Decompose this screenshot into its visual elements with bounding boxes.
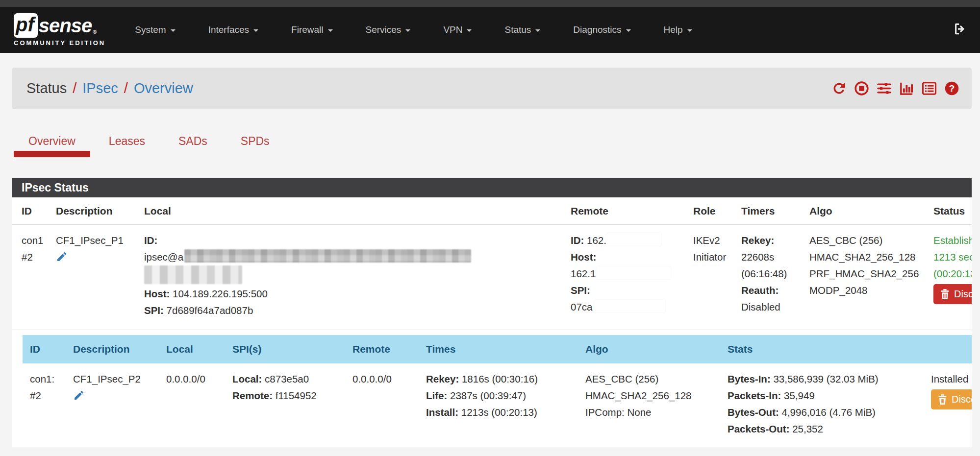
logo-edition: COMMUNITY EDITION <box>14 39 105 47</box>
breadcrumb-section: Status <box>26 80 67 96</box>
breadcrumb: Status/IPsec/Overview <box>26 80 193 96</box>
col-description: Description <box>46 197 134 225</box>
redacted-block <box>597 266 671 279</box>
col-local: Local <box>134 197 561 225</box>
logo-sense: sense <box>39 15 92 37</box>
redacted-block <box>594 300 665 312</box>
col-spis: SPI(s) <box>225 335 345 363</box>
chevron-down-icon <box>535 29 540 32</box>
chevron-down-icon <box>467 29 472 32</box>
tab-spds[interactable]: SPDs <box>226 135 284 157</box>
ike-description-cell: CF1_IPsec_P1 <box>46 225 134 330</box>
ike-status-cell: Established 1213 seconds (00:20:13) Disc… <box>924 225 972 330</box>
breadcrumb-link-overview[interactable]: Overview <box>134 80 193 96</box>
col-id: ID <box>12 197 46 225</box>
page-action-icons: ? <box>831 80 960 96</box>
svg-text:?: ? <box>949 83 955 94</box>
col-id: ID <box>23 335 66 363</box>
redacted-block <box>606 233 661 246</box>
status-state: Installed <box>931 371 972 387</box>
disconnect-child-button[interactable]: Disconnect <box>931 389 972 409</box>
pfsense-logo[interactable]: pf sense ® COMMUNITY EDITION <box>14 13 105 47</box>
trash-icon <box>938 394 947 405</box>
child-sa-row: con1: #2 CF1_IPsec_P2 0.0.0.0/0 Local: c… <box>23 363 972 440</box>
nav-item-help[interactable]: Help <box>664 24 692 35</box>
chevron-down-icon <box>626 29 631 32</box>
breadcrumb-bar: Status/IPsec/Overview ? <box>12 68 972 109</box>
tab-sads[interactable]: SADs <box>164 135 222 157</box>
ike-local-cell: ID: ipsec@a Host: 104.189.226.195:500 SP… <box>134 225 561 330</box>
child-description-cell: CF1_IPsec_P2 <box>66 363 159 440</box>
col-times: Times <box>419 335 578 363</box>
ike-id-cell: con1 #2 <box>12 225 46 330</box>
nav-item-firewall[interactable]: Firewall <box>291 24 332 35</box>
child-spis-cell: Local: c873e5a0 Remote: f1154952 <box>225 363 345 440</box>
col-remote: Remote <box>561 197 683 225</box>
status-ago: (00:20:13) <box>933 265 972 282</box>
logo-pf: pf <box>14 13 38 38</box>
breadcrumb-link-ipsec[interactable]: IPsec <box>82 80 118 96</box>
col-algo: Algo <box>578 335 720 363</box>
top-strip <box>0 0 980 7</box>
ike-header-row: ID Description Local Remote Role Timers … <box>12 197 972 225</box>
chevron-down-icon <box>328 29 333 32</box>
nav-item-interfaces[interactable]: Interfaces <box>208 24 258 35</box>
main-navbar: pf sense ® COMMUNITY EDITION System Inte… <box>0 7 980 53</box>
tab-leases[interactable]: Leases <box>94 135 160 157</box>
status-uptime: 1213 seconds <box>933 249 972 265</box>
breadcrumb-separator: / <box>124 80 128 96</box>
child-id-cell: con1: #2 <box>23 363 66 440</box>
edit-icon[interactable] <box>73 389 85 406</box>
col-remote: Remote <box>345 335 419 363</box>
logo-registered-mark: ® <box>93 29 97 35</box>
child-times-cell: Rekey: 1816s (00:30:16) Life: 2387s (00:… <box>419 363 578 440</box>
page-tabs: Overview Leases SADs SPDs <box>14 135 980 157</box>
ipsec-status-panel: IPsec Status ID Description Local Remote… <box>12 178 972 447</box>
col-description: Description <box>66 335 159 363</box>
child-sa-table: ID Description Local SPI(s) Remote Times… <box>23 335 972 440</box>
ipsec-table-wrap: ID Description Local Remote Role Timers … <box>12 197 972 447</box>
nav-item-system[interactable]: System <box>135 24 175 35</box>
col-role: Role <box>683 197 731 225</box>
child-sa-zone: ID Description Local SPI(s) Remote Times… <box>12 330 972 447</box>
child-stats-cell: Bytes-In: 33,586,939 (32.03 MiB) Packets… <box>720 363 924 440</box>
child-algo-cell: AES_CBC (256) HMAC_SHA2_256_128 IPComp: … <box>578 363 720 440</box>
child-remote-cell: 0.0.0.0/0 <box>345 363 419 440</box>
col-status-blank <box>924 335 972 363</box>
chevron-down-icon <box>253 29 258 32</box>
nav-menu: System Interfaces Firewall Services VPN … <box>135 24 692 35</box>
sign-out-icon[interactable] <box>953 22 967 38</box>
breadcrumb-separator: / <box>73 80 76 96</box>
ike-remote-cell: ID: 162. Host: 162.1 SPI: 07ca <box>561 225 683 330</box>
tab-overview[interactable]: Overview <box>14 135 90 157</box>
ike-role-cell: IKEv2 Initiator <box>683 225 731 330</box>
nav-item-diagnostics[interactable]: Diagnostics <box>573 24 630 35</box>
bar-chart-icon[interactable] <box>899 80 915 96</box>
nav-item-services[interactable]: Services <box>366 24 411 35</box>
nav-item-status[interactable]: Status <box>504 24 540 35</box>
refresh-icon[interactable] <box>831 80 847 96</box>
trash-icon <box>940 289 950 299</box>
child-local-cell: 0.0.0.0/0 <box>159 363 225 440</box>
col-local: Local <box>159 335 225 363</box>
redacted-block <box>184 249 471 263</box>
chevron-down-icon <box>405 29 410 32</box>
nav-item-vpn[interactable]: VPN <box>443 24 472 35</box>
disconnect-button[interactable]: Disconnect <box>933 284 972 304</box>
col-timers: Timers <box>731 197 800 225</box>
ike-sa-row: con1 #2 CF1_IPsec_P1 ID: ipsec@a Host: 1… <box>12 225 972 330</box>
col-stats: Stats <box>720 335 924 363</box>
chevron-down-icon <box>687 29 692 32</box>
status-state: Established <box>933 232 972 249</box>
list-icon[interactable] <box>921 80 937 96</box>
edit-icon[interactable] <box>56 251 68 267</box>
stop-icon[interactable] <box>854 80 870 96</box>
child-status-cell: Installed Disconnect <box>924 363 972 440</box>
panel-title: IPsec Status <box>12 178 972 197</box>
redacted-block <box>144 265 242 284</box>
sliders-icon[interactable] <box>876 80 892 96</box>
ike-sa-table: ID Description Local Remote Role Timers … <box>12 197 972 330</box>
col-status: Status <box>924 197 972 225</box>
help-icon[interactable]: ? <box>944 80 960 96</box>
ike-algo-cell: AES_CBC (256) HMAC_SHA2_256_128 PRF_HMAC… <box>800 225 924 330</box>
